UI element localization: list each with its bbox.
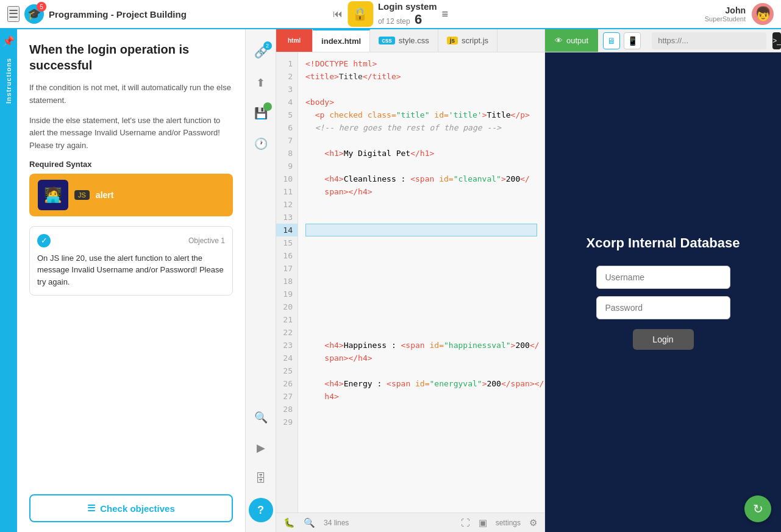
help-button[interactable]: ?	[249, 498, 273, 522]
step-icon: 🔒	[348, 1, 373, 27]
syntax-name: alert	[96, 190, 114, 200]
settings-icon[interactable]: ⚙	[529, 517, 537, 528]
layout-icon[interactable]: ▣	[479, 517, 487, 528]
objective-header: ✓ Objective 1	[37, 234, 225, 247]
code-line-21	[305, 313, 537, 326]
bug-icon[interactable]: 🐛	[284, 517, 295, 528]
desktop-icon[interactable]: 🖥	[603, 32, 620, 49]
line-num-11: 11	[276, 185, 298, 198]
password-input[interactable]	[596, 296, 730, 319]
code-line-10: <h4>Cleanliness : <span id="cleanval">20…	[305, 172, 537, 185]
code-line-15	[305, 236, 537, 249]
history-button[interactable]: 🕐	[250, 133, 272, 155]
username-input[interactable]	[596, 266, 730, 289]
settings-label: settings	[496, 519, 521, 527]
code-line-29	[305, 416, 537, 428]
left-sidebar: 📌 Instructions	[0, 29, 17, 532]
hamburger-menu[interactable]: ☰	[7, 6, 20, 22]
line-num-28: 28	[276, 403, 298, 416]
eye-icon: 👁	[555, 36, 563, 45]
check-objectives-label: Check objectives	[100, 503, 175, 514]
topbar-center: ⏮ 🔒 Login system of 12 step 6 ≡	[333, 1, 448, 27]
code-line-24: span></h4>	[305, 352, 537, 364]
topbar: ☰ 🎓 5 Programming - Project Building ⏮ 🔒…	[0, 0, 781, 29]
code-line-20	[305, 300, 537, 313]
check-icon: ☰	[87, 503, 95, 514]
line-num-19: 19	[276, 288, 298, 300]
line-num-6: 6	[276, 121, 298, 134]
code-line-28	[305, 403, 537, 416]
line-num-13: 13	[276, 211, 298, 224]
video-icon: ▶	[257, 441, 265, 455]
lines-count: 34 lines	[324, 519, 349, 527]
share-button[interactable]: 🔗 2	[250, 41, 272, 63]
bottom-search-icon[interactable]: 🔍	[304, 517, 315, 528]
code-line-25	[305, 364, 537, 377]
line-num-5: 5	[276, 108, 298, 121]
code-input-14[interactable]	[306, 226, 537, 235]
icon-sidebar: 🔗 2 ⬆ 💾 🕐 🔍 ▶ 🗄 ?	[246, 29, 276, 532]
step-menu-button[interactable]: ≡	[442, 8, 449, 21]
step-title: Login system	[378, 1, 437, 12]
line-num-4: 4	[276, 96, 298, 108]
code-line-5: <p checked class="title" id='title'>Titl…	[305, 108, 537, 121]
check-objectives-button[interactable]: ☰ Check objectives	[29, 494, 233, 522]
line-num-26: 26	[276, 377, 298, 390]
line-num-18: 18	[276, 275, 298, 288]
code-line-17	[305, 262, 537, 275]
search-button[interactable]: 🔍	[250, 406, 272, 428]
css-badge: css	[379, 37, 395, 44]
step-details: of 12 step 6	[378, 12, 437, 27]
instructions-content: When the login operation is successful I…	[17, 29, 245, 494]
database-button[interactable]: 🗄	[250, 467, 272, 489]
refresh-button[interactable]: ↻	[744, 495, 771, 522]
fullscreen-icon[interactable]: ⛶	[461, 517, 470, 528]
line-num-2: 2	[276, 70, 298, 83]
code-line-14[interactable]	[305, 224, 537, 236]
objective-card: ✓ Objective 1 On JS line 20, use the ale…	[29, 226, 233, 296]
login-button[interactable]: Login	[633, 329, 694, 350]
code-line-7	[305, 134, 537, 147]
html-badge: html	[285, 37, 304, 44]
prev-step-button[interactable]: ⏮	[333, 9, 343, 20]
line-num-14: 14	[276, 224, 298, 236]
objective-label: Objective 1	[188, 236, 225, 245]
code-editor: 1 2 3 4 5 6 7 8 9 10 11 12 13 14 15 16 1…	[276, 52, 544, 512]
line-num-21: 21	[276, 313, 298, 326]
output-tabs: 👁 output 🖥 📱 >_	[545, 29, 781, 52]
line-num-23: 23	[276, 339, 298, 352]
terminal-button[interactable]: >_	[772, 32, 781, 49]
avatar: 👦	[752, 3, 774, 25]
code-line-9	[305, 160, 537, 172]
terminal-icon: >_	[772, 37, 781, 45]
notification-badge: 5	[37, 2, 46, 12]
upload-button[interactable]: ⬆	[250, 72, 272, 94]
code-line-16	[305, 249, 537, 262]
user-role: SuperStudent	[705, 15, 746, 23]
instructions-heading: When the login operation is successful	[29, 41, 233, 73]
tab-js-badge[interactable]: js script.js	[438, 29, 497, 52]
save-button[interactable]: 💾	[250, 102, 272, 124]
code-line-11: span></h4>	[305, 185, 537, 198]
code-content[interactable]: <!DOCTYPE html> <title>Title</title> <bo…	[298, 52, 544, 512]
line-num-7: 7	[276, 134, 298, 147]
tab-html-badge[interactable]: html	[276, 29, 313, 52]
tab-css-badge[interactable]: css style.css	[370, 29, 438, 52]
required-syntax-label: Required Syntax	[29, 160, 233, 169]
code-line-22	[305, 326, 537, 339]
tab-index-html[interactable]: index.html	[313, 29, 370, 52]
mobile-icon[interactable]: 📱	[624, 32, 641, 49]
instructions-label: Instructions	[5, 52, 12, 110]
user-info: John SuperStudent	[705, 5, 746, 23]
topbar-title: Programming - Project Building	[49, 9, 187, 20]
url-bar[interactable]	[652, 32, 766, 49]
video-button[interactable]: ▶	[250, 437, 272, 459]
syntax-card: 🧑‍💻 JS alert	[29, 174, 233, 216]
objective-check-icon: ✓	[37, 234, 51, 247]
instructions-panel: When the login operation is successful I…	[17, 29, 246, 532]
code-line-26: <h4>Energy : <span id="energyval">200</s…	[305, 377, 537, 390]
line-num-16: 16	[276, 249, 298, 262]
output-panel: 👁 output 🖥 📱 >_ Xcorp Internal Database …	[544, 29, 781, 532]
output-tab[interactable]: 👁 output	[545, 29, 598, 52]
line-num-15: 15	[276, 236, 298, 249]
